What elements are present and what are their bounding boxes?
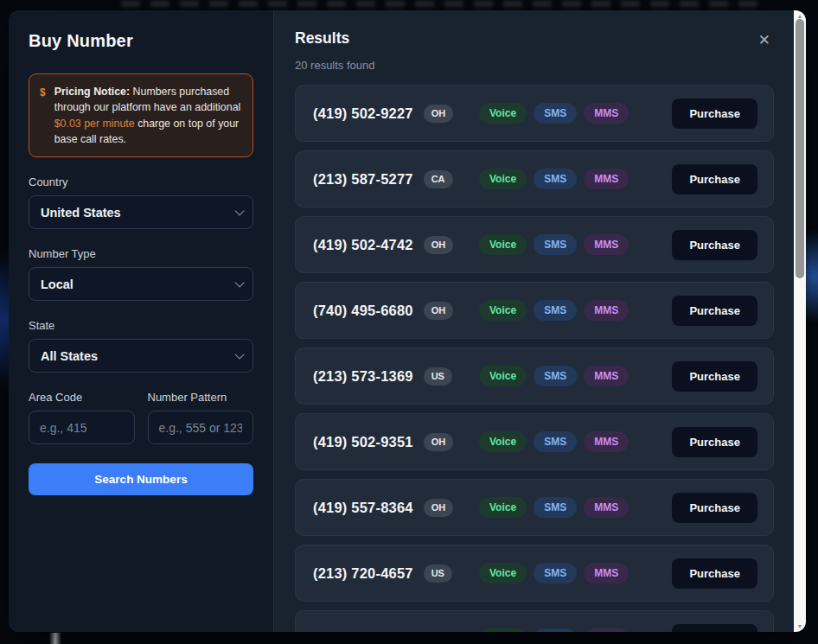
mms-badge: MMS (584, 234, 629, 255)
country-select[interactable]: United States (29, 195, 253, 229)
results-title: Results (295, 29, 349, 48)
state-value: All States (41, 349, 98, 363)
country-value: United States (41, 206, 121, 220)
mms-badge: MMS (584, 366, 629, 386)
purchase-button[interactable]: Purchase (672, 164, 757, 194)
mms-badge: MMS (584, 497, 629, 518)
mms-badge: MMS (584, 563, 629, 583)
state-badge: CA (424, 170, 453, 188)
background-light-streak (49, 633, 61, 644)
voice-badge: Voice (479, 103, 527, 124)
chevron-down-icon (234, 277, 244, 287)
voice-badge: Voice (479, 563, 527, 583)
results-list: (419) 502-9227 OH Voice SMS MMS Purchase… (295, 85, 774, 632)
mms-badge: MMS (584, 169, 629, 189)
phone-number: (213) 573-1369 (313, 368, 413, 385)
phone-number: (740) 495-6680 (313, 303, 413, 319)
pricing-notice: $ Pricing Notice: Numbers purchased thro… (29, 73, 253, 157)
state-badge: OH (424, 236, 454, 254)
phone-number: (419) 502-4742 (313, 237, 413, 253)
state-select[interactable]: All States (29, 339, 253, 373)
state-badge: OH (424, 105, 454, 123)
result-row: (419) 557-8364 OH Voice SMS MMS Purchase (295, 479, 774, 536)
mms-badge: MMS (584, 628, 629, 632)
voice-badge: Voice (479, 431, 527, 452)
state-badge: OH (424, 499, 454, 517)
state-badge: US (424, 367, 452, 386)
result-row: (419) 502-9227 OH Voice SMS MMS Purchase (295, 85, 774, 142)
result-row: (213) 573-1369 US Voice SMS MMS Purchase (295, 348, 774, 405)
result-row: (740) 495-6680 OH Voice SMS MMS Purchase (295, 282, 774, 339)
result-row: (419) 502-4742 OH Voice SMS MMS Purchase (295, 216, 774, 273)
page-title: Buy Number (29, 31, 253, 51)
area-code-input[interactable] (29, 411, 135, 444)
pricing-notice-text: Pricing Notice: Numbers purchased throug… (54, 84, 242, 147)
results-panel: Results ✕ 20 results found (419) 502-922… (274, 10, 806, 632)
chevron-down-icon (234, 349, 244, 359)
mms-badge: MMS (584, 431, 629, 452)
area-code-label: Area Code (29, 391, 135, 404)
purchase-button[interactable]: Purchase (672, 296, 757, 326)
voice-badge: Voice (479, 169, 527, 189)
purchase-button[interactable]: Purchase (672, 427, 757, 457)
result-row: (213) 720-4657 US Voice SMS MMS Purchase (295, 545, 774, 602)
purchase-button[interactable]: Purchase (672, 361, 757, 392)
pricing-notice-bold: Pricing Notice: (54, 86, 130, 98)
pricing-notice-highlight: $0.03 per minute (54, 118, 135, 130)
state-label: State (29, 319, 253, 332)
phone-number: (419) 502-9227 (313, 105, 413, 122)
voice-badge: Voice (479, 366, 527, 386)
phone-number: (213) 720-4657 (313, 565, 413, 582)
number-type-select[interactable]: Local (29, 267, 253, 301)
sms-badge: SMS (534, 563, 577, 583)
results-count: 20 results found (295, 59, 774, 72)
purchase-button[interactable]: Purchase (672, 624, 757, 633)
purchase-button[interactable]: Purchase (672, 99, 757, 129)
phone-number: (419) 502-9351 (313, 434, 413, 450)
result-row: (213) 587-5277 CA Voice SMS MMS Purchase (295, 150, 774, 207)
result-row: (419) 502-9351 OH Voice SMS MMS Purchase (295, 413, 774, 470)
state-badge: US (424, 564, 452, 583)
phone-number: (213) 587-5277 (313, 171, 413, 188)
chevron-down-icon (234, 206, 244, 215)
search-numbers-button[interactable]: Search Numbers (29, 463, 253, 495)
scrollbar-thumb[interactable] (796, 19, 804, 278)
mms-badge: MMS (584, 103, 629, 124)
search-form-panel: Buy Number $ Pricing Notice: Numbers pur… (9, 10, 274, 632)
sms-badge: SMS (534, 431, 577, 452)
number-pattern-input[interactable] (148, 411, 254, 444)
number-type-label: Number Type (29, 247, 253, 260)
vertical-scrollbar[interactable]: ▲ ▼ (794, 10, 806, 632)
result-row-partial: Voice SMS MMS Purchase (295, 610, 774, 632)
close-icon[interactable]: ✕ (755, 31, 774, 49)
country-label: Country (29, 175, 253, 188)
purchase-button[interactable]: Purchase (672, 230, 757, 260)
voice-badge: Voice (479, 497, 527, 518)
sms-badge: SMS (534, 628, 577, 632)
phone-number: (419) 557-8364 (313, 500, 413, 516)
buy-number-modal: Buy Number $ Pricing Notice: Numbers pur… (9, 10, 806, 632)
sms-badge: SMS (534, 169, 577, 189)
sms-badge: SMS (534, 300, 577, 321)
background-blur-text (121, 1, 761, 7)
dollar-icon: $ (40, 84, 46, 147)
sms-badge: SMS (534, 103, 577, 124)
voice-badge: Voice (479, 234, 527, 255)
state-badge: OH (424, 302, 454, 320)
voice-badge: Voice (479, 628, 527, 632)
mms-badge: MMS (584, 300, 629, 321)
scroll-down-icon[interactable]: ▼ (794, 621, 806, 632)
purchase-button[interactable]: Purchase (672, 493, 757, 523)
sms-badge: SMS (534, 366, 577, 386)
voice-badge: Voice (479, 300, 527, 321)
number-pattern-label: Number Pattern (148, 391, 254, 404)
purchase-button[interactable]: Purchase (672, 558, 757, 589)
state-badge: OH (424, 433, 454, 451)
number-type-value: Local (41, 277, 73, 291)
sms-badge: SMS (534, 234, 577, 255)
sms-badge: SMS (534, 497, 577, 518)
